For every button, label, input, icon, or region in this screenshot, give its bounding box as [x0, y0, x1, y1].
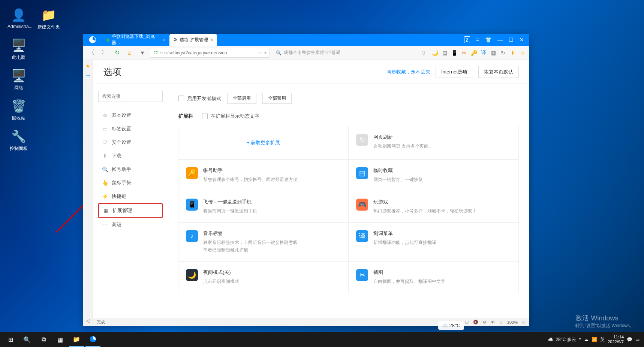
search-hint[interactable]: 🔍 成都全市餐饮外卖停业?辟谣 Q: [272, 49, 429, 56]
tab-1[interactable]: ◉谷歌浏览器下载_浏览器...×: [102, 34, 169, 46]
ext-icon-10[interactable]: ☆: [519, 49, 526, 57]
ext-icon-9[interactable]: ⬇: [509, 49, 517, 57]
taskview-button[interactable]: ⧉: [36, 332, 51, 347]
disable-all-button[interactable]: 全部禁用: [262, 93, 292, 104]
tray-action-icon[interactable]: ▭: [635, 337, 640, 342]
shirt-icon[interactable]: 👕: [485, 37, 491, 43]
extension-icon: ↻: [356, 134, 368, 146]
extension-card-8[interactable]: ✂截图自由截图，并可提取、翻译图中文字: [348, 261, 519, 293]
toolbar: 〈 〉 ↻ ⌂ ▾ 🛡 se://settings/?category=exte…: [83, 46, 529, 60]
forward-button[interactable]: 〉: [99, 48, 109, 58]
shield-icon: 🛡: [153, 50, 158, 55]
desktop-icon-folder[interactable]: 📁新建文件夹: [37, 7, 60, 30]
taskbar: ⊞ 🔍 ⧉ ▦ 📁 ☁️ 28°C 多云 ^ ☁ 📶 英 11:142022/9…: [0, 332, 644, 347]
ext-icon-8[interactable]: ↻: [499, 49, 507, 57]
extension-card-7[interactable]: 🌙夜间模式(关)点击开启夜间模式: [178, 261, 349, 293]
search-input[interactable]: [98, 91, 163, 102]
sidebar-item-5[interactable]: 👆鼠标手势: [98, 176, 163, 190]
sidebar-item-8[interactable]: ⋯高级: [98, 218, 163, 232]
nav-label: 标签设置: [112, 126, 131, 132]
titlebar: ◉谷歌浏览器下载_浏览器...× ⚙选项-扩展管理× 2 ≡ 👕 — ☐ ✕: [83, 34, 529, 46]
get-more-extensions[interactable]: + 获取更多扩展: [178, 126, 349, 160]
sogou-button[interactable]: [85, 332, 100, 347]
tray-onedrive-icon[interactable]: ☁: [584, 337, 589, 342]
ext-icon-7[interactable]: ▦: [490, 49, 497, 57]
collapse-icon[interactable]: ◁: [86, 318, 90, 324]
browser-window: ◉谷歌浏览器下载_浏览器...× ⚙选项-扩展管理× 2 ≡ 👕 — ☐ ✕ 〈…: [83, 34, 529, 326]
ext-icon-3[interactable]: 📱: [451, 49, 458, 57]
account-icon[interactable]: 2: [464, 36, 470, 43]
ext-icon-6[interactable]: 译: [480, 49, 487, 57]
star-icon[interactable]: ☆: [258, 50, 262, 55]
taskbar-weather[interactable]: ☁️ 28°C 多云: [548, 337, 576, 343]
extension-card-3[interactable]: 📱飞传 - 一键发送到手机将当前网页一键发送到手机: [178, 191, 349, 223]
star-icon[interactable]: ★: [85, 63, 90, 69]
mute-icon[interactable]: 🔇: [473, 320, 478, 325]
add-icon[interactable]: +: [86, 309, 89, 315]
enable-all-button[interactable]: 全部启用: [227, 93, 256, 104]
search-button[interactable]: 🔍: [19, 332, 34, 347]
plugin-icon[interactable]: ⊞: [465, 320, 469, 325]
ext-icon-4[interactable]: ✂: [460, 49, 468, 57]
menu-icon[interactable]: ≡: [476, 37, 479, 43]
ext-icon-5[interactable]: 🔑: [470, 49, 478, 57]
url-bar[interactable]: 🛡 se://settings/?category=extension ☆ ▾: [150, 48, 270, 58]
desktop-icon-admin[interactable]: 👤Administra...: [7, 7, 30, 30]
close-icon[interactable]: ×: [163, 37, 166, 43]
ext-icon-1[interactable]: 🌙: [431, 49, 439, 57]
sidebar-item-3[interactable]: ⬇下载: [98, 149, 163, 163]
extension-card-4[interactable]: 🎮玩游戏热门游戏推荐，小号多开，顺畅不卡，轻松玩游戏！: [348, 191, 519, 223]
sidebar-item-7[interactable]: ▦扩展管理: [98, 203, 163, 218]
tray-chevron-icon[interactable]: ^: [579, 337, 581, 342]
sidebar-item-6[interactable]: ⚡快捷键: [98, 190, 163, 203]
extension-card-5[interactable]: ♪音乐标签独家音乐标签技术，上网听音乐一键切换随意听作者已强制隐藏此扩展: [178, 222, 349, 261]
tab-2[interactable]: ⚙选项-扩展管理×: [169, 34, 217, 46]
extension-title: 音乐标签: [203, 230, 341, 237]
sidebar-item-4[interactable]: 🔍帐号助手: [98, 163, 163, 176]
weather-widget[interactable]: ☁️ 28℃: [438, 321, 464, 330]
sync-link[interactable]: 同步收藏，永不丢失: [386, 69, 430, 75]
reload-button[interactable]: ↻: [112, 48, 122, 58]
extension-card-0[interactable]: ↻网页刷新自动刷新网页,支持多个页面.: [348, 126, 519, 160]
dropdown-icon[interactable]: ▾: [137, 48, 148, 58]
desktop-icon-recycle[interactable]: 🗑️回收站: [7, 99, 30, 121]
restore-defaults-button[interactable]: 恢复本页默认: [478, 66, 519, 78]
sidebar-item-0[interactable]: ⚙基本设置: [98, 109, 163, 122]
internet-options-button[interactable]: Internet选项: [436, 66, 473, 78]
extension-card-2[interactable]: ▤临时收藏网页一键暂存、一键恢复: [348, 159, 519, 191]
zoom-out-icon[interactable]: ⊖: [499, 320, 503, 325]
desktop-icon-network[interactable]: 🖥️网络: [7, 68, 30, 91]
home-button[interactable]: ⌂: [124, 48, 135, 58]
dev-mode-checkbox[interactable]: 启用开发者模式: [178, 95, 221, 102]
browser-logo-icon: [83, 36, 102, 44]
extension-desc: 新增翻译功能，点此可直接翻译: [373, 239, 511, 246]
tray-notif-icon[interactable]: 💬: [627, 337, 632, 342]
extension-card-1[interactable]: 🔑帐号助手帮您管理多个帐号，切换帐号、同时登录更方便: [178, 159, 349, 191]
apps-button[interactable]: ▦: [52, 332, 67, 347]
zoom-in-icon[interactable]: ⊕: [522, 320, 526, 325]
desktop-icon-pc[interactable]: 🖥️此电脑: [7, 38, 30, 61]
tray-network-icon[interactable]: 📶: [592, 337, 597, 342]
explorer-button[interactable]: 📁: [69, 332, 84, 347]
maximize-icon[interactable]: ☐: [509, 37, 514, 43]
start-button[interactable]: ⊞: [3, 332, 18, 347]
desktop-icon-control[interactable]: 🔧控制面板: [7, 129, 30, 152]
extension-title: 截图: [373, 269, 511, 276]
close-window-icon[interactable]: ✕: [520, 37, 524, 43]
close-icon[interactable]: ×: [210, 37, 213, 43]
block-icon[interactable]: ⊘: [483, 320, 486, 325]
extension-card-6[interactable]: 译划词菜单新增翻译功能，点此可直接翻译: [348, 222, 519, 261]
back-button[interactable]: 〈: [86, 48, 97, 58]
search-icon: 🔍: [276, 50, 282, 55]
minimize-icon[interactable]: —: [497, 37, 503, 43]
sidebar-item-2[interactable]: 🛡安全设置: [98, 136, 163, 149]
taskbar-clock[interactable]: 11:142022/9/7: [608, 335, 624, 344]
eye-icon[interactable]: 👁: [491, 320, 495, 325]
tray-ime[interactable]: 英: [600, 337, 605, 343]
show-text-checkbox[interactable]: 在扩展栏显示动态文字: [202, 113, 259, 120]
ext-icon-2[interactable]: ▤: [441, 49, 448, 57]
nav-label: 安全设置: [112, 139, 131, 146]
sidebar-item-1[interactable]: ▭标签设置: [98, 122, 163, 136]
extension-title: 划词菜单: [373, 230, 511, 237]
bookmark-icon[interactable]: ▭: [85, 73, 90, 79]
